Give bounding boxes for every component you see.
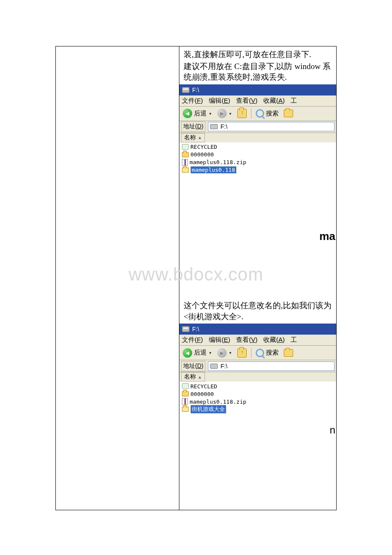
separator-icon bbox=[251, 108, 251, 119]
menu-tools-cut[interactable]: 工 bbox=[291, 97, 297, 105]
menu-bar[interactable]: 文件(F) 编辑(E) 查看(V) 收藏(A) 工 bbox=[179, 335, 336, 346]
paragraph-1: 装,直接解压即可,可放在任意目录下. bbox=[179, 49, 336, 61]
cropped-text: n bbox=[330, 424, 335, 436]
sort-asc-icon: ▲ bbox=[198, 375, 202, 379]
zip-icon bbox=[182, 159, 188, 166]
search-button[interactable]: 搜索 bbox=[254, 348, 280, 358]
zip-icon bbox=[182, 398, 188, 405]
menu-edit[interactable]: 编辑(E) bbox=[209, 97, 230, 105]
menu-file[interactable]: 文件(F) bbox=[182, 336, 203, 344]
file-name: RECYCLED bbox=[190, 383, 217, 390]
drive-icon bbox=[210, 124, 218, 129]
drive-icon bbox=[210, 364, 218, 369]
back-button[interactable]: ◄ 后退 ▾ bbox=[181, 108, 214, 119]
forward-button[interactable]: ► ▾ bbox=[216, 108, 234, 119]
column-header-row: 名称 ▲ bbox=[179, 372, 336, 382]
cropped-text: ma bbox=[319, 230, 335, 243]
column-name-header[interactable]: 名称 ▲ bbox=[181, 372, 205, 382]
file-name: mameplus0.118.zip bbox=[190, 159, 246, 165]
menu-view[interactable]: 查看(V) bbox=[236, 97, 257, 105]
search-label: 搜索 bbox=[266, 110, 279, 118]
folder-icon bbox=[182, 391, 189, 396]
address-bar: 地址(D) F:\ bbox=[179, 360, 336, 372]
file-name-selected[interactable]: mameplus0.118 bbox=[190, 166, 236, 173]
drive-icon bbox=[182, 87, 190, 93]
list-item[interactable]: mameplus0.118 bbox=[179, 166, 336, 174]
paragraph-2: 建议不用放在 C:盘目录下,以防 window 系统崩溃,重装系统时,游戏丢失. bbox=[179, 61, 336, 84]
file-name: 0000000 bbox=[190, 151, 214, 158]
title-text: F:\ bbox=[192, 326, 199, 332]
folders-button[interactable] bbox=[282, 348, 295, 358]
titlebar[interactable]: F:\ bbox=[179, 84, 336, 95]
list-item[interactable]: 0000000 bbox=[179, 151, 336, 159]
menu-bar[interactable]: 文件(F) 编辑(E) 查看(V) 收藏(A) 工 bbox=[179, 95, 336, 107]
recycle-icon bbox=[182, 144, 189, 150]
folders-button[interactable] bbox=[282, 109, 295, 118]
list-item[interactable]: mameplus0.118.zip bbox=[179, 398, 336, 405]
forward-icon: ► bbox=[217, 109, 227, 118]
list-item[interactable]: RECYCLED bbox=[179, 382, 336, 390]
folders-icon bbox=[284, 349, 293, 357]
search-icon bbox=[256, 349, 264, 357]
chevron-down-icon[interactable]: ▾ bbox=[228, 350, 232, 355]
folder-open-icon bbox=[182, 168, 189, 173]
search-label: 搜索 bbox=[266, 349, 279, 357]
right-column: 装,直接解压即可,可放在任意目录下. 建议不用放在 C:盘目录下,以防 wind… bbox=[179, 46, 336, 510]
up-folder-icon bbox=[237, 348, 247, 358]
explorer-window-b: F:\ 文件(F) 编辑(E) 查看(V) 收藏(A) 工 ◄ 后退 ▾ ► ▾ bbox=[179, 324, 336, 471]
search-button[interactable]: 搜索 bbox=[254, 108, 280, 119]
address-value: F:\ bbox=[220, 123, 227, 130]
title-text: F:\ bbox=[192, 87, 199, 93]
list-item[interactable]: mameplus0.118.zip bbox=[179, 159, 336, 166]
toolbar: ◄ 后退 ▾ ► ▾ 搜索 bbox=[179, 346, 336, 360]
file-list[interactable]: RECYCLED 0000000 mameplus0.118.zip 街机游戏大… bbox=[179, 382, 336, 471]
column-header-row: 名称 ▲ bbox=[179, 133, 336, 142]
folder-open-icon bbox=[182, 407, 189, 412]
address-label: 地址(D) bbox=[181, 121, 205, 132]
paragraph-3: 这个文件夹可以任意改名的,比如我们该为<街机游戏大全>. bbox=[179, 300, 336, 323]
file-name: RECYCLED bbox=[190, 144, 217, 150]
file-name: mameplus0.118.zip bbox=[190, 399, 246, 405]
column-name-header[interactable]: 名称 ▲ bbox=[181, 133, 205, 142]
list-item[interactable]: 0000000 bbox=[179, 390, 336, 398]
menu-edit[interactable]: 编辑(E) bbox=[209, 336, 230, 344]
address-field[interactable]: F:\ bbox=[208, 361, 334, 371]
back-icon: ◄ bbox=[183, 348, 192, 358]
file-name: 0000000 bbox=[190, 391, 214, 397]
chevron-down-icon[interactable]: ▾ bbox=[208, 111, 212, 116]
table-frame: 装,直接解压即可,可放在任意目录下. 建议不用放在 C:盘目录下,以防 wind… bbox=[55, 46, 337, 510]
gap bbox=[179, 245, 336, 300]
separator-icon bbox=[251, 348, 251, 358]
column-name-label: 名称 bbox=[184, 134, 196, 142]
back-button[interactable]: ◄ 后退 ▾ bbox=[181, 347, 214, 358]
up-button[interactable] bbox=[236, 108, 248, 119]
menu-tools-cut[interactable]: 工 bbox=[291, 336, 297, 344]
menu-view[interactable]: 查看(V) bbox=[236, 336, 257, 344]
column-name-label: 名称 bbox=[184, 373, 196, 381]
recycle-icon bbox=[182, 383, 189, 389]
chevron-down-icon[interactable]: ▾ bbox=[208, 350, 212, 355]
up-button[interactable] bbox=[236, 347, 248, 358]
file-name-selected[interactable]: 街机游戏大全 bbox=[190, 405, 226, 413]
address-bar: 地址(D) F:\ bbox=[179, 121, 336, 133]
address-label: 地址(D) bbox=[181, 361, 205, 371]
back-label: 后退 bbox=[194, 110, 207, 118]
back-label: 后退 bbox=[194, 349, 207, 357]
explorer-window-a: F:\ 文件(F) 编辑(E) 查看(V) 收藏(A) 工 ◄ 后退 ▾ ► ▾ bbox=[179, 84, 336, 245]
titlebar[interactable]: F:\ bbox=[179, 324, 336, 335]
back-icon: ◄ bbox=[183, 109, 192, 118]
folder-icon bbox=[182, 152, 189, 157]
drive-icon bbox=[182, 326, 190, 332]
chevron-down-icon[interactable]: ▾ bbox=[228, 111, 232, 116]
menu-fav[interactable]: 收藏(A) bbox=[263, 97, 285, 105]
list-item[interactable]: 街机游戏大全 bbox=[179, 405, 336, 413]
address-value: F:\ bbox=[220, 363, 227, 370]
list-item[interactable]: RECYCLED bbox=[179, 143, 336, 151]
menu-fav[interactable]: 收藏(A) bbox=[263, 336, 285, 344]
file-list[interactable]: RECYCLED 0000000 mameplus0.118.zip mamep… bbox=[179, 142, 336, 245]
forward-button[interactable]: ► ▾ bbox=[216, 347, 234, 358]
forward-icon: ► bbox=[217, 348, 227, 358]
up-folder-icon bbox=[237, 109, 247, 118]
address-field[interactable]: F:\ bbox=[208, 122, 334, 131]
menu-file[interactable]: 文件(F) bbox=[182, 97, 203, 105]
